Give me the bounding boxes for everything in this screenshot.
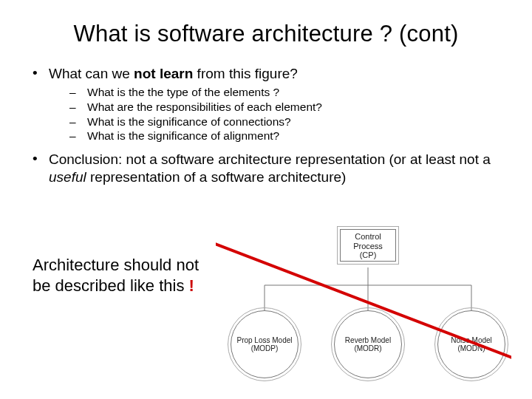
circle-2: Reverb Model (MODR) bbox=[334, 310, 402, 378]
circle-3-l1: Noise Model bbox=[451, 336, 492, 345]
slide-title: What is software architecture ? (cont) bbox=[27, 21, 505, 47]
callout-text: Architecture should not be described lik… bbox=[33, 255, 199, 296]
circle-2-l1: Reverb Model bbox=[345, 336, 391, 345]
top-node-l1: Control bbox=[341, 232, 395, 242]
slide: What is software architecture ? (cont) W… bbox=[0, 0, 532, 399]
bullet-2-ital: useful bbox=[49, 169, 86, 185]
circle-3-l2: (MODN) bbox=[457, 344, 485, 353]
circle-3: Noise Model (MODN) bbox=[437, 310, 505, 378]
sub-1: What is the the type of the elements ? bbox=[69, 86, 505, 100]
callout-line1: Architecture should not bbox=[33, 256, 199, 274]
circle-1: Prop Loss Model (MODP) bbox=[231, 310, 299, 378]
bullet-1-post: from this figure? bbox=[193, 66, 298, 81]
top-node: Control Process (CP) bbox=[340, 229, 396, 262]
sub-4: What is the significance of alignment? bbox=[69, 129, 505, 143]
bullet-2: Conclusion: not a software architecture … bbox=[30, 151, 505, 186]
bullet-2-pre: Conclusion: not a software architecture … bbox=[49, 151, 491, 167]
bullet-1-pre: What can we bbox=[49, 66, 134, 81]
circle-1-l2: (MODP) bbox=[251, 344, 279, 353]
top-node-l3: (CP) bbox=[341, 250, 395, 260]
circle-1-l1: Prop Loss Model bbox=[236, 336, 292, 345]
bullet-1: What can we not learn from this figure? … bbox=[30, 65, 505, 143]
sub-3: What is the significance of connections? bbox=[69, 115, 505, 129]
bullet-2-post: representation of a software architectur… bbox=[86, 169, 347, 185]
sub-list: What is the the type of the elements ? W… bbox=[49, 86, 505, 144]
architecture-diagram: Control Process (CP) Prop Loss Model (MO… bbox=[216, 223, 511, 386]
bullet-1-bold: not learn bbox=[134, 66, 193, 81]
bullet-list: What can we not learn from this figure? … bbox=[27, 65, 505, 186]
callout-line2: be described like this bbox=[33, 276, 189, 295]
circle-2-l2: (MODR) bbox=[354, 344, 381, 353]
callout-bang: ! bbox=[189, 276, 194, 295]
top-node-l2: Process bbox=[341, 242, 395, 251]
sub-2: What are the responsibilities of each el… bbox=[69, 100, 505, 115]
